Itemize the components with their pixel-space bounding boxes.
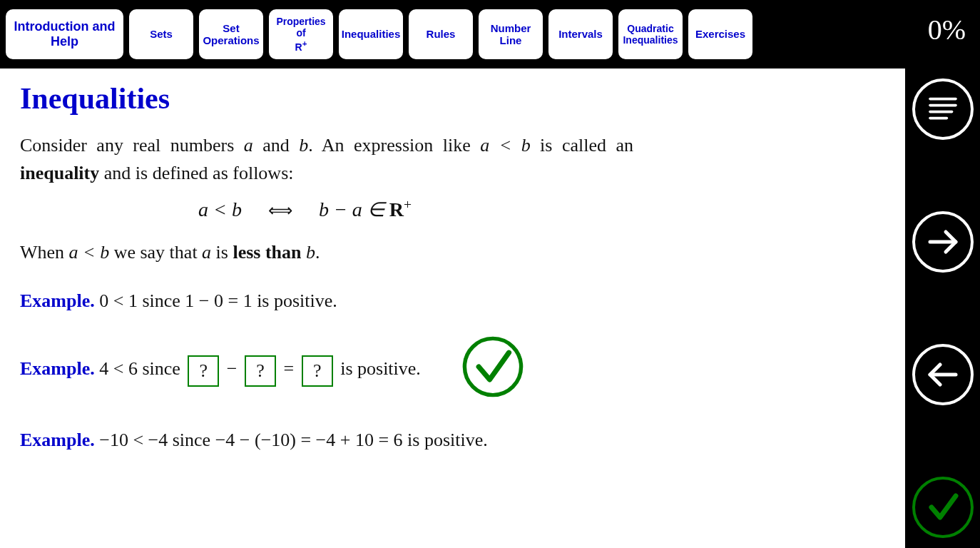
top-navigation-bar: Introduction and Help Sets Set Operation… bbox=[0, 0, 980, 68]
intro-paragraph: Consider any real numbers a and b. An ex… bbox=[20, 131, 633, 187]
next-button[interactable] bbox=[912, 211, 974, 273]
tab-row: Introduction and Help Sets Set Operation… bbox=[6, 9, 752, 59]
tab-set-operations[interactable]: Set Operations bbox=[199, 9, 263, 59]
arrow-left-icon bbox=[922, 353, 964, 396]
submit-button[interactable] bbox=[912, 477, 974, 538]
page-title: Inequalities bbox=[20, 81, 885, 116]
main-area: Inequalities Consider any real numbers a… bbox=[0, 68, 980, 548]
progress-percent: 0% bbox=[928, 13, 966, 46]
prev-button[interactable] bbox=[912, 344, 974, 405]
answer-box-3[interactable]: ? bbox=[302, 355, 333, 387]
tab-introduction[interactable]: Introduction and Help bbox=[6, 9, 123, 59]
example-3: Example. −10 < −4 since −4 − (−10) = −4 … bbox=[20, 430, 885, 451]
example-1: Example. 0 < 1 since 1 − 0 = 1 is positi… bbox=[20, 290, 885, 312]
check-answer-icon[interactable] bbox=[461, 335, 525, 404]
menu-icon bbox=[924, 90, 962, 128]
tab-properties-rplus[interactable]: PropertiesofR+ bbox=[269, 9, 333, 59]
svg-point-0 bbox=[465, 339, 521, 395]
example-2: Example. 4 < 6 since ? − ? = ? is positi… bbox=[20, 336, 885, 405]
definition-formula: a < b ⟺ b − a ∈ R+ bbox=[20, 197, 885, 221]
tab-inequalities[interactable]: Inequalities bbox=[339, 9, 403, 59]
arrow-right-icon bbox=[922, 220, 964, 263]
tab-sets[interactable]: Sets bbox=[129, 9, 193, 59]
menu-button[interactable] bbox=[912, 78, 974, 140]
tab-intervals[interactable]: Intervals bbox=[548, 9, 613, 59]
answer-box-2[interactable]: ? bbox=[245, 355, 276, 387]
checkmark-icon bbox=[922, 486, 964, 529]
tab-exercises[interactable]: Exercises bbox=[688, 9, 752, 59]
tab-rules[interactable]: Rules bbox=[409, 9, 473, 59]
right-sidebar bbox=[905, 68, 980, 548]
tab-quadratic-inequalities[interactable]: Quadratic Inequalities bbox=[618, 9, 683, 59]
content-pane: Inequalities Consider any real numbers a… bbox=[0, 68, 905, 548]
answer-box-1[interactable]: ? bbox=[188, 355, 219, 387]
tab-number-line[interactable]: Number Line bbox=[479, 9, 543, 59]
when-paragraph: When a < b we say that a is less than b. bbox=[20, 238, 633, 266]
